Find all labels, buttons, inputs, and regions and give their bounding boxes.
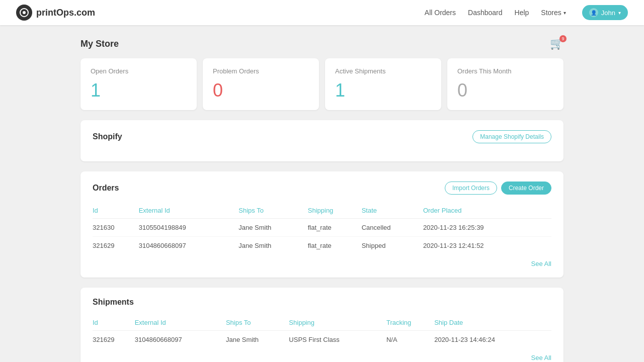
shipment-ship-date: 2020-11-23 14:46:24 [434,331,551,349]
order-external-id: 3104860668097 [139,237,239,255]
orders-table-header: Id External Id Ships To Shipping State O… [93,203,551,219]
stat-label-open-orders: Open Orders [91,67,187,75]
shipments-title: Shipments [93,298,134,307]
create-order-button[interactable]: Create Order [501,182,551,195]
nav-stores-dropdown[interactable]: Stores ▾ [541,9,566,17]
navbar: printOps.com All Orders Dashboard Help S… [0,0,644,25]
nav-dashboard[interactable]: Dashboard [468,9,503,17]
shipment-tracking: N/A [386,331,434,349]
stat-label-active-shipments: Active Shipments [335,67,431,75]
orders-table-body: 321630 3105504198849 Jane Smith flat_rat… [93,219,551,255]
stat-label-orders-month: Orders This Month [457,67,553,75]
shipment-shipping: USPS First Class [289,331,386,349]
shipments-see-all-link[interactable]: See All [531,354,551,361]
stat-value-problem-orders: 0 [213,80,309,101]
orders-see-all-link[interactable]: See All [531,260,551,267]
stat-value-orders-month: 0 [457,80,553,101]
col-state: State [362,203,423,219]
col-order-placed: Order Placed [423,203,551,219]
stat-card-open-orders: Open Orders 1 [80,58,197,110]
shipments-table: Id External Id Ships To Shipping Trackin… [93,315,551,348]
ship-col-ships-to: Ships To [226,315,289,331]
user-chevron-icon: ▾ [618,10,621,16]
shopify-title: Shopify [93,132,122,141]
shipment-external-id: 3104860668097 [135,331,226,349]
order-shipping: flat_rate [308,237,362,255]
logo-icon [16,5,32,21]
ship-col-tracking: Tracking [386,315,434,331]
stat-value-active-shipments: 1 [335,80,431,101]
order-external-id: 3105504198849 [139,219,239,237]
order-state: Shipped [362,237,423,255]
shopify-section-header: Shopify Manage Shopify Details [93,130,551,143]
user-menu-button[interactable]: 👤 John ▾ [582,5,628,20]
user-avatar-icon: 👤 [589,8,598,17]
svg-point-1 [23,11,26,14]
orders-section: Orders Import Orders Create Order Id Ext… [80,171,564,278]
orders-table: Id External Id Ships To Shipping State O… [93,203,551,254]
brand-name: printOps.com [36,8,95,18]
col-external-id: External Id [139,203,239,219]
stat-card-orders-month: Orders This Month 0 [447,58,564,110]
orders-see-all-row: See All [93,254,551,267]
col-shipping: Shipping [308,203,362,219]
stat-value-open-orders: 1 [91,80,187,101]
stat-cards: Open Orders 1 Problem Orders 0 Active Sh… [80,58,564,110]
table-row[interactable]: 321629 3104860668097 Jane Smith USPS Fir… [93,331,551,349]
shopify-section: Shopify Manage Shopify Details [80,120,564,161]
store-header: My Store 🛒 9 [80,37,564,50]
ship-col-id: Id [93,315,135,331]
shipments-section: Shipments Id External Id Ships To Shippi… [80,288,564,362]
manage-shopify-button[interactable]: Manage Shopify Details [472,130,551,143]
table-row[interactable]: 321630 3105504198849 Jane Smith flat_rat… [93,219,551,237]
col-ships-to: Ships To [238,203,307,219]
nav-all-orders[interactable]: All Orders [425,9,456,17]
order-id: 321630 [93,219,139,237]
orders-title: Orders [93,184,119,193]
shipment-ships-to: Jane Smith [226,331,289,349]
store-title: My Store [80,39,119,49]
order-ships-to: Jane Smith [238,237,307,255]
brand-logo[interactable]: printOps.com [16,5,95,21]
stat-card-active-shipments: Active Shipments 1 [325,58,441,110]
orders-actions: Import Orders Create Order [445,182,551,195]
table-row[interactable]: 321629 3104860668097 Jane Smith flat_rat… [93,237,551,255]
order-state: Cancelled [362,219,423,237]
stat-card-problem-orders: Problem Orders 0 [203,58,319,110]
order-shipping: flat_rate [308,219,362,237]
shipments-table-body: 321629 3104860668097 Jane Smith USPS Fir… [93,331,551,349]
order-placed: 2020-11-23 12:41:52 [423,237,551,255]
order-ships-to: Jane Smith [238,219,307,237]
ship-col-ship-date: Ship Date [434,315,551,331]
shipment-id: 321629 [93,331,135,349]
cart-button[interactable]: 🛒 9 [550,37,564,50]
orders-section-header: Orders Import Orders Create Order [93,182,551,195]
ship-col-external-id: External Id [135,315,226,331]
shipments-section-header: Shipments [93,298,551,307]
stores-chevron-icon: ▾ [564,10,566,16]
main-content: My Store 🛒 9 Open Orders 1 Problem Order… [0,25,644,362]
order-placed: 2020-11-23 16:25:39 [423,219,551,237]
cart-badge: 9 [559,35,567,42]
stat-label-problem-orders: Problem Orders [213,67,309,75]
nav-help[interactable]: Help [515,9,529,17]
shipments-see-all-row: See All [93,348,551,361]
shipments-table-header: Id External Id Ships To Shipping Trackin… [93,315,551,331]
ship-col-shipping: Shipping [289,315,386,331]
import-orders-button[interactable]: Import Orders [445,182,497,195]
order-id: 321629 [93,237,139,255]
nav-links: All Orders Dashboard Help Stores ▾ 👤 Joh… [425,5,628,20]
col-id: Id [93,203,139,219]
